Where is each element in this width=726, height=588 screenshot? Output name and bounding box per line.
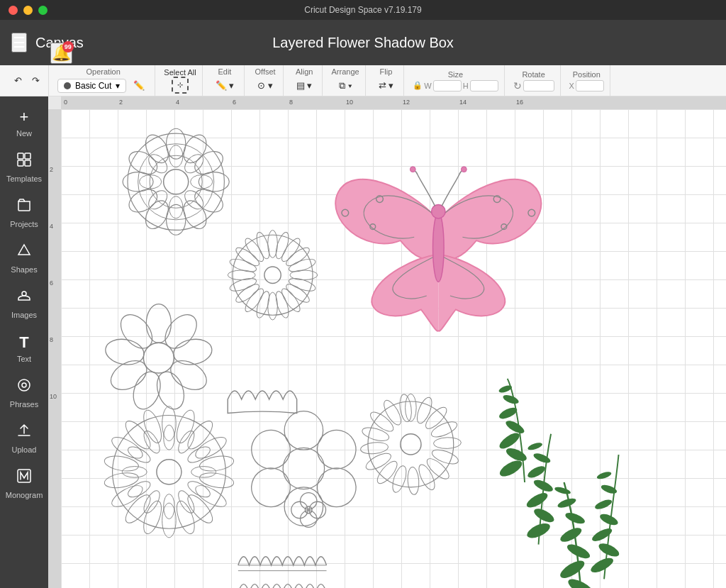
ruler-h-6: 6 — [233, 99, 236, 106]
svg-point-159 — [559, 525, 584, 545]
operation-color-button[interactable]: ✏️ — [129, 77, 149, 94]
select-all-icon: ⊹ — [172, 77, 189, 94]
svg-rect-7 — [18, 470, 30, 482]
svg-point-55 — [159, 309, 203, 354]
align-label: Align — [296, 67, 313, 76]
svg-point-71 — [432, 204, 445, 218]
arrange-section: Arrange ⧉ ▾ — [325, 65, 365, 96]
sidebar-item-monogram[interactable]: Monogram — [3, 462, 45, 505]
rotate-section: Rotate ↻ — [508, 65, 561, 96]
svg-point-122 — [407, 467, 420, 495]
canvas-designs — [61, 109, 726, 588]
svg-point-163 — [588, 555, 615, 576]
width-input[interactable] — [433, 80, 462, 91]
sidebar-item-templates[interactable]: Templates — [3, 146, 45, 189]
redo-button[interactable]: ↷ — [28, 72, 44, 89]
svg-point-62 — [115, 309, 159, 354]
sidebar-item-projects[interactable]: Projects — [3, 192, 45, 234]
operation-dropdown[interactable]: Basic Cut ▾ — [57, 79, 126, 93]
flower-large-dahlia — [104, 406, 235, 538]
svg-point-73 — [461, 167, 467, 172]
ruler-h-12: 12 — [403, 99, 410, 106]
butterfly — [335, 167, 541, 331]
sidebar-templates-label: Templates — [6, 174, 42, 183]
edit-section: Edit ✏️ ▾ — [206, 65, 245, 96]
fern-4 — [588, 455, 620, 579]
svg-point-75 — [162, 406, 176, 441]
svg-point-59 — [128, 368, 165, 413]
svg-point-127 — [361, 425, 391, 443]
svg-point-126 — [360, 441, 389, 455]
svg-point-31 — [164, 170, 189, 194]
text-icon: T — [19, 333, 28, 352]
svg-point-6 — [22, 383, 26, 387]
edit-button[interactable]: ✏️ ▾ — [211, 77, 239, 94]
sidebar-phrases-label: Phrases — [10, 400, 38, 409]
select-all-button[interactable]: Select All ⊹ — [158, 65, 202, 96]
hamburger-button[interactable]: ☰ — [11, 33, 27, 52]
offset-button[interactable]: ⊙ ▾ — [253, 77, 277, 94]
sidebar-item-text[interactable]: T Text — [3, 328, 45, 369]
svg-point-70 — [433, 213, 445, 282]
svg-point-10 — [150, 155, 202, 208]
rotate-input[interactable] — [523, 80, 554, 91]
svg-point-146 — [502, 394, 520, 406]
select-all-label: Select All — [164, 68, 196, 77]
ruler-h-2: 2 — [119, 99, 123, 106]
minimize-button[interactable] — [23, 6, 33, 15]
svg-point-167 — [594, 498, 613, 511]
svg-point-8 — [128, 133, 224, 230]
svg-point-161 — [557, 497, 577, 509]
undo-button[interactable]: ↶ — [10, 72, 26, 89]
svg-point-89 — [104, 454, 140, 474]
projects-icon — [16, 197, 32, 217]
offset-label: Offset — [255, 67, 275, 76]
sidebar-item-shapes[interactable]: Shapes — [3, 237, 45, 279]
svg-point-121 — [415, 462, 437, 492]
shapes-icon — [16, 243, 32, 262]
svg-point-84 — [162, 503, 176, 538]
svg-point-117 — [430, 418, 459, 440]
svg-point-109 — [284, 487, 323, 526]
ruler-h-0: 0 — [64, 99, 67, 106]
ruler-h-14: 14 — [459, 99, 467, 106]
sidebar-item-images[interactable]: Images — [3, 282, 45, 325]
fern-1 — [497, 379, 528, 482]
svg-point-88 — [104, 470, 140, 490]
flip-button[interactable]: ⇄ ▾ — [374, 77, 398, 94]
svg-point-165 — [591, 526, 614, 544]
align-button[interactable]: ▤ ▾ — [292, 77, 317, 94]
operation-color-dot — [64, 82, 71, 89]
svg-point-157 — [558, 558, 587, 582]
sidebar-item-upload[interactable]: Upload — [3, 417, 45, 460]
undo-redo-group: ↶ ↷ — [6, 65, 49, 96]
svg-point-102 — [122, 467, 147, 478]
svg-point-160 — [564, 511, 586, 526]
svg-point-105 — [157, 460, 182, 484]
maximize-button[interactable] — [38, 6, 48, 15]
notification-button[interactable]: 🔔 99 — [50, 43, 72, 64]
svg-point-96 — [191, 467, 216, 478]
height-input[interactable] — [470, 80, 498, 91]
monogram-icon — [16, 468, 32, 488]
svg-point-106 — [284, 411, 323, 450]
border-strip-1 — [238, 557, 327, 571]
svg-point-150 — [525, 490, 549, 510]
close-button[interactable] — [9, 6, 18, 15]
svg-point-158 — [565, 542, 591, 562]
position-section: Position X — [564, 65, 610, 96]
sidebar-new-label: New — [16, 129, 32, 138]
x-input[interactable] — [576, 80, 604, 91]
new-icon: + — [20, 108, 29, 126]
flower-dahlia — [228, 230, 318, 320]
svg-point-74 — [113, 415, 226, 528]
svg-point-58 — [152, 368, 189, 413]
svg-rect-1 — [25, 153, 30, 159]
arrange-button[interactable]: ⧉ ▾ — [335, 77, 356, 94]
canvas-area[interactable]: 0 2 4 6 8 10 12 14 16 2 4 6 8 10 — [48, 96, 726, 588]
svg-point-72 — [410, 167, 415, 172]
sidebar-item-new[interactable]: + New — [3, 102, 45, 143]
sidebar-item-phrases[interactable]: Phrases — [3, 372, 45, 414]
dropdown-arrow: ▾ — [116, 81, 120, 91]
flower-cloud — [245, 411, 363, 526]
